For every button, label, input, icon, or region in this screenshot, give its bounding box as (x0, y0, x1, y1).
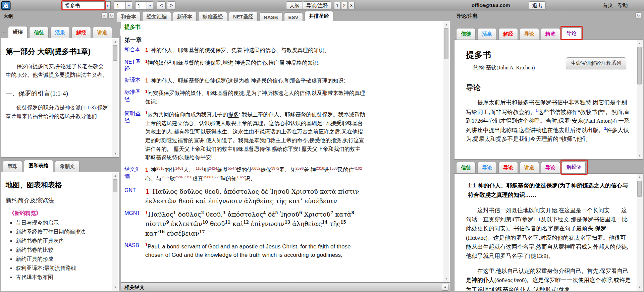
tab-item-0[interactable]: 研读 (8, 26, 28, 38)
scroll-down-icon[interactable]: ▼ (112, 151, 118, 156)
resource-list-item[interactable]: 新约书卷的正典次序 (16, 238, 109, 245)
scrollbar-thumb[interactable] (113, 179, 117, 192)
layout-1-button[interactable]: 1 (334, 2, 340, 9)
scrollbar-thumb[interactable] (444, 28, 448, 59)
word-number: 10 (202, 220, 208, 225)
version-label[interactable]: GNT (124, 187, 144, 206)
strong-number[interactable]: 2424 (209, 166, 217, 170)
tab-item-4[interactable]: 导论 (541, 162, 560, 173)
name-link[interactable]: 提多 (228, 112, 239, 117)
strong-number[interactable]: 1922 (236, 175, 245, 179)
verse-dropdown-icon[interactable]: ▼ (147, 1, 153, 10)
scroll-up-icon[interactable]: ▲ (112, 39, 118, 44)
scroll-up-icon[interactable]: ▲ (112, 173, 118, 178)
resource-list-item[interactable]: 古代译本散布图 (16, 274, 109, 281)
layout-3-button[interactable]: 3 (348, 2, 355, 9)
chapter-select[interactable]: 1 (114, 1, 126, 10)
scrollbar-thumb[interactable] (637, 47, 642, 84)
refresh-icon[interactable]: ↻ (108, 12, 114, 18)
resource-list-item[interactable]: 新约正典的形成 (16, 256, 109, 263)
tab-item-0[interactable]: 信徒 (456, 28, 476, 40)
logout-button[interactable]: 退出 (529, 1, 546, 10)
commentary-panel-button[interactable]: 导论/注释 (303, 1, 331, 10)
strong-number[interactable]: 1401 (175, 166, 183, 170)
related-verses-bar[interactable]: 相关经文 ∧ (121, 283, 450, 292)
tab-item-1[interactable]: 图和表格 (24, 160, 53, 172)
book-title[interactable]: 提多书 (124, 24, 450, 31)
version-label[interactable]: 新译本 (124, 76, 144, 85)
scrollbar-thumb[interactable] (113, 45, 117, 61)
strong-number[interactable]: 0652 (252, 166, 260, 170)
scroll-down-icon[interactable]: ▼ (637, 153, 643, 158)
tab-item-3[interactable]: 导论 (520, 28, 539, 40)
strong-number[interactable]: 3588 0225 (203, 175, 220, 179)
tab-item-1[interactable]: 活泉 (477, 28, 497, 40)
tab-item-2[interactable]: 希腊文 (55, 161, 79, 172)
scroll-up-icon[interactable]: ▲ (443, 22, 449, 27)
name-link[interactable]: 保罗 (210, 60, 221, 66)
tab-item-1[interactable]: 导论 (477, 162, 497, 173)
scrollbar[interactable]: ▲ ▼ (443, 21, 449, 282)
strong-number[interactable]: 2316 (316, 166, 324, 170)
scroll-up-icon[interactable]: ▲ (637, 41, 643, 46)
resource-list-item[interactable]: 新约圣经按写作日期的编排法 (16, 229, 109, 236)
tab-item-5[interactable]: 解经② (562, 161, 586, 173)
strong-number[interactable]: 1588 (329, 166, 337, 170)
scrollbar[interactable]: ▲ ▼ (637, 174, 643, 291)
app-logo[interactable]: 道 (1, 1, 10, 10)
verse-text: 1神2316的仆1401人、 1161耶2424稣基5547督的使0652徒保3… (145, 166, 365, 183)
version-label[interactable]: MGNT (124, 210, 144, 238)
prev-chapter-button[interactable]: < (157, 1, 166, 10)
version-label[interactable]: NASB (124, 242, 144, 259)
tab-item-1[interactable]: 信徒 (29, 27, 49, 38)
strong-number[interactable]: 3972 (271, 166, 279, 170)
scroll-up-icon[interactable]: ▲ (637, 175, 643, 180)
home-link[interactable]: 首页 (603, 2, 613, 9)
tab-item-4[interactable]: 讲道 (93, 27, 112, 38)
tab-item-2[interactable]: 解经 (498, 28, 518, 40)
tab-item-4[interactable]: 精览 (541, 28, 560, 40)
tab-item-0[interactable]: 串珠 (3, 161, 22, 172)
scrollbar[interactable]: ▲ ▼ (112, 173, 118, 291)
strong-number[interactable]: 2316 (156, 166, 164, 170)
scroll-down-icon[interactable]: ▼ (112, 285, 118, 290)
version-label[interactable]: NET圣经 (124, 58, 144, 73)
help-link[interactable]: 帮助 (618, 2, 628, 9)
strong-number[interactable]: 2596 2150 (175, 175, 192, 179)
refresh-icon[interactable]: ↻ (635, 12, 641, 18)
strong-number[interactable]: 2596 (296, 166, 304, 170)
scrollbar[interactable]: ▲ ▼ (112, 39, 118, 157)
list-icon[interactable]: ≡ (101, 12, 107, 18)
version-label[interactable]: 简明圣经 (124, 110, 144, 162)
chapter-dropdown-icon[interactable]: ▼ (126, 1, 132, 10)
resource-list-item[interactable]: 叙利亚译本:最初流传路线 (16, 265, 109, 272)
scrollbar-thumb[interactable] (637, 181, 642, 197)
strong-number[interactable]: 1161 (196, 166, 204, 170)
scroll-down-icon[interactable]: ▼ (637, 285, 643, 290)
version-label[interactable]: 和合本 (124, 46, 144, 55)
resource-list-item[interactable]: 新约书卷的比较 (16, 247, 109, 254)
tab-item-2[interactable]: 活泉 (50, 27, 70, 38)
tab-item-3[interactable]: 解经 (71, 27, 91, 38)
resource-list-item[interactable]: 昔日与现今的启示 (16, 220, 109, 227)
book-dropdown-icon[interactable]: ▼ (104, 1, 111, 10)
commentary-series-button[interactable]: 生命宝训解经注释系列 (566, 57, 626, 69)
scroll-down-icon[interactable]: ▼ (443, 276, 449, 281)
collapse-icon[interactable]: ∧ (442, 284, 448, 291)
outline-panel-button[interactable]: 大纲 (286, 1, 303, 10)
tab-item-2[interactable]: 导论 (498, 162, 518, 173)
tab-item-5[interactable]: 导论 (562, 27, 581, 40)
scrollbar[interactable]: ▲ ▼ (637, 40, 643, 159)
layout-2-button[interactable]: 2 (341, 2, 347, 9)
strong-number[interactable]: 2532 (161, 175, 169, 179)
version-label[interactable]: 经文汇编 (124, 166, 144, 183)
next-chapter-button[interactable]: > (167, 1, 176, 10)
strong-number[interactable]: 4102 (354, 166, 362, 170)
version-label[interactable]: 标准圣经 (124, 89, 144, 106)
strong-number[interactable]: 5547 (228, 166, 236, 170)
tabs-scroll-left-icon[interactable]: ← (1, 28, 8, 36)
book-select[interactable]: 提多书 (63, 1, 104, 10)
verse-select[interactable]: 1 (135, 1, 147, 10)
tab-item-0[interactable]: 信徒 (456, 162, 476, 173)
tab-item-3[interactable]: 讲道 (520, 162, 539, 173)
